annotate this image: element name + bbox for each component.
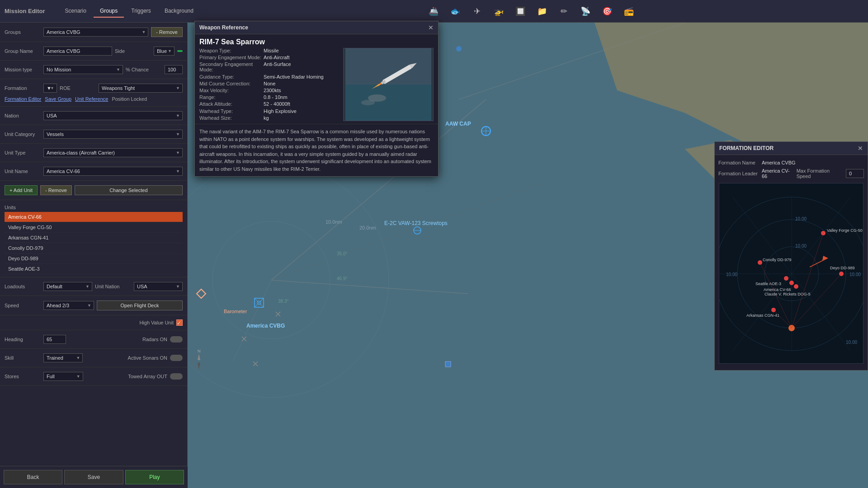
unit-name-section: Unit Name America CV-66	[0, 162, 187, 181]
unit-name-select[interactable]: America CV-66	[43, 167, 183, 176]
top-bar: Mission Editor Scenario Groups Triggers …	[0, 0, 868, 23]
mission-type-select[interactable]: No Mission	[43, 65, 123, 74]
wf-8-key: Warhead Type:	[199, 108, 263, 114]
stores-select[interactable]: Full	[43, 372, 83, 381]
mission-section: Mission type No Mission % Chance	[0, 61, 187, 79]
tool-folder[interactable]: 📁	[533, 2, 551, 20]
wf-1-key: Primary Engagement Mode:	[199, 55, 263, 61]
svg-point-79	[794, 284, 798, 289]
skill-select[interactable]: Trained	[43, 353, 83, 362]
tool-sub[interactable]: 🐟	[446, 2, 464, 20]
add-unit-btn[interactable]: + Add Unit	[5, 185, 38, 195]
weapon-image	[343, 48, 434, 121]
svg-text:10.00: 10.00	[846, 340, 857, 345]
wf-5-key: Max Velocity:	[199, 88, 263, 94]
tab-groups[interactable]: Groups	[94, 5, 124, 18]
wf-4-key: Mid Course Correction:	[199, 81, 263, 87]
save-group-link[interactable]: Save Group	[45, 96, 71, 102]
formation-select[interactable]: ▼	[43, 84, 57, 93]
svg-text:Conolly DD-979: Conolly DD-979	[763, 258, 792, 262]
high-value-checkbox[interactable]: ✓	[176, 319, 183, 326]
wf-3-val: Semi-Active Radar Homing	[264, 74, 339, 80]
svg-text:Valley Forge CG-50: Valley Forge CG-50	[827, 228, 863, 233]
weapon-dialog-close[interactable]: ✕	[428, 24, 434, 31]
radars-on-toggle[interactable]	[170, 336, 183, 343]
wf-0-key: Weapon Type:	[199, 48, 263, 54]
tool-missile[interactable]: 🎯	[598, 2, 616, 20]
speed-section: Speed Ahead 2/3 Open Flight Deck	[0, 296, 187, 315]
svg-text:AAW CAP: AAW CAP	[445, 121, 471, 127]
heading-label: Heading	[5, 337, 41, 342]
tab-scenario[interactable]: Scenario	[59, 5, 93, 18]
heading-input[interactable]	[43, 335, 66, 344]
roe-select[interactable]: Weapons Tight	[99, 84, 183, 93]
unit-type-section: Unit Type America-class (Aircraft Carrie…	[0, 144, 187, 162]
chance-input[interactable]	[165, 65, 183, 74]
formation-name-label: Formation Name	[718, 160, 759, 165]
save-btn[interactable]: Save	[64, 470, 123, 484]
wf-7-key: Attack Altitude:	[199, 101, 263, 107]
remove-unit-btn[interactable]: - Remove	[40, 185, 72, 195]
tab-triggers[interactable]: Triggers	[125, 5, 157, 18]
wf-5-val: 2300kts	[264, 88, 339, 94]
tool-edit[interactable]: ✏	[555, 2, 573, 20]
unit-item-0[interactable]: America CV-66	[5, 212, 183, 222]
towed-array-label: Towed Array OUT	[128, 374, 167, 379]
nation-section: Nation USA	[0, 107, 187, 125]
unit-item-4[interactable]: Deyo DD-989	[5, 253, 183, 264]
unit-item-2[interactable]: Arkansas CGN-41	[5, 233, 183, 243]
unit-category-select[interactable]: Vessels	[43, 130, 183, 139]
left-panel: Groups America CVBG - Remove Group Name …	[0, 23, 188, 488]
unit-item-5[interactable]: Seattle AOE-3	[5, 264, 183, 274]
weapon-dialog-header[interactable]: Weapon Reference ✕	[195, 21, 438, 34]
formation-header[interactable]: FORMATION EDITOR ✕	[715, 142, 868, 155]
unit-item-1[interactable]: Valley Forge CG-50	[5, 222, 183, 233]
tool-plane[interactable]: ✈	[468, 2, 486, 20]
svg-text:35.0°: 35.0°	[337, 251, 347, 256]
formation-editor-close[interactable]: ✕	[858, 145, 863, 152]
groups-label: Groups	[5, 29, 41, 35]
loadouts-select[interactable]: Default	[43, 282, 92, 291]
active-sonars-toggle[interactable]	[170, 355, 183, 361]
speed-select[interactable]: Ahead 2/3	[43, 301, 94, 310]
svg-text:10.00: 10.00	[849, 272, 861, 277]
svg-point-77	[789, 281, 794, 285]
tool-tank[interactable]: 🔲	[511, 2, 529, 20]
svg-rect-47	[345, 84, 431, 121]
mission-type-label: Mission type	[5, 67, 41, 72]
remove-group-btn[interactable]: - Remove	[151, 27, 183, 37]
svg-text:10.0nm: 10.0nm	[326, 219, 342, 225]
side-select[interactable]: Blue	[154, 47, 175, 56]
svg-text:America CV-66: America CV-66	[764, 287, 791, 292]
tool-ship[interactable]: 🚢	[425, 2, 443, 20]
towed-array-toggle[interactable]	[170, 373, 183, 380]
change-selected-btn[interactable]: Change Selected	[75, 185, 183, 195]
max-speed-input[interactable]	[846, 169, 864, 178]
wf-2-val: Anti-Surface	[264, 61, 339, 73]
unit-nation-select[interactable]: USA	[134, 282, 183, 291]
tool-radio[interactable]: 📻	[620, 2, 638, 20]
wf-3-key: Guidance Type:	[199, 74, 263, 80]
unit-type-select[interactable]: America-class (Aircraft Carrier)	[43, 148, 183, 157]
open-flight-deck-btn[interactable]: Open Flight Deck	[97, 300, 183, 310]
side-label: Side	[115, 48, 151, 54]
unit-item-3[interactable]: Conolly DD-979	[5, 243, 183, 253]
svg-text:10.00: 10.00	[726, 272, 737, 277]
svg-text:E-2C VAW-123 Screwtops: E-2C VAW-123 Screwtops	[384, 220, 448, 226]
unit-category-label: Unit Category	[5, 131, 41, 137]
formation-leader-value: America CV-66	[762, 168, 794, 179]
stores-towed-section: Stores Full Towed Array OUT	[0, 367, 187, 386]
roe-label: ROE	[60, 85, 96, 91]
unit-reference-link[interactable]: Unit Reference	[75, 96, 108, 102]
back-btn[interactable]: Back	[4, 470, 62, 484]
svg-text:38.3°: 38.3°	[278, 299, 288, 304]
play-btn[interactable]: Play	[125, 470, 184, 484]
tool-laser[interactable]: 📡	[576, 2, 594, 20]
weapon-info: Weapon Type: Missile Primary Engagement …	[199, 48, 339, 121]
group-name-input[interactable]	[43, 47, 112, 56]
groups-select[interactable]: America CVBG	[43, 28, 148, 37]
formation-editor-link[interactable]: Formation Editor	[5, 96, 41, 102]
nation-select[interactable]: USA	[43, 111, 183, 120]
tool-helo[interactable]: 🚁	[490, 2, 508, 20]
chance-label: % Chance	[126, 67, 162, 72]
